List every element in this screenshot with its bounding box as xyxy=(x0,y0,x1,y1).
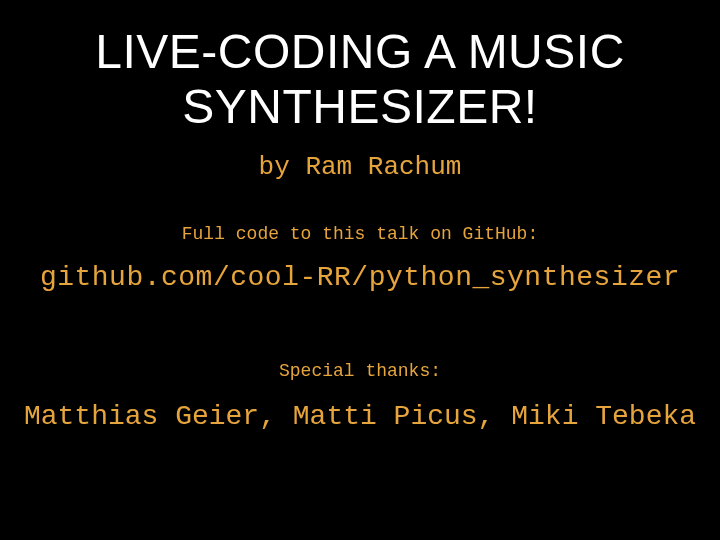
github-repo: github.com/cool-RR/python_synthesizer xyxy=(40,262,680,293)
code-note: Full code to this talk on GitHub: xyxy=(182,224,538,244)
thanks-label: Special thanks: xyxy=(279,361,441,381)
thanks-names: Matthias Geier, Matti Picus, Miki Tebeka xyxy=(24,401,696,432)
author-line: by Ram Rachum xyxy=(259,152,462,182)
slide-title: LIVE-CODING A MUSIC SYNTHESIZER! xyxy=(0,24,720,134)
